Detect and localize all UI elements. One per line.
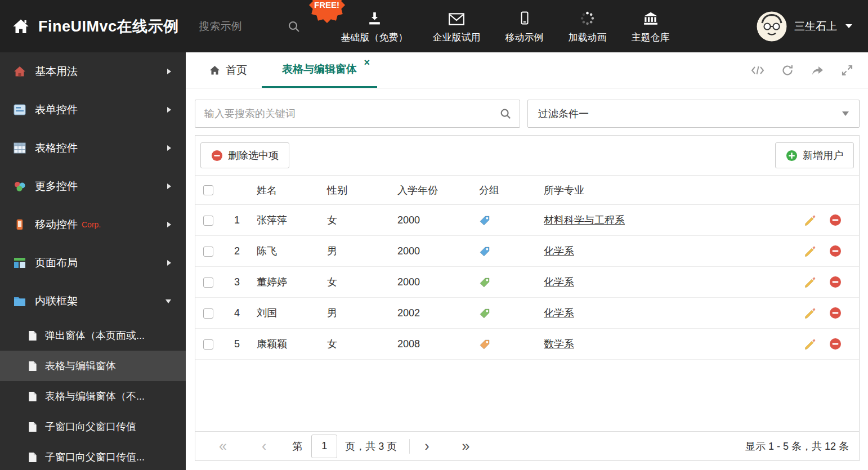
home-icon	[12, 19, 29, 34]
cell-name: 刘国	[254, 298, 324, 329]
first-page-button[interactable]: «	[219, 439, 227, 453]
user-menu[interactable]: 三生石上	[757, 11, 852, 42]
column-header-gender: 性别	[324, 176, 395, 205]
header-search-input[interactable]	[199, 20, 278, 33]
delete-selected-button[interactable]: 删除选中项	[200, 142, 289, 168]
sidebar: 基本用法 表单控件 表格控件 更多	[0, 52, 186, 470]
edit-pencil-icon[interactable]	[804, 245, 817, 258]
edit-pencil-icon[interactable]	[804, 276, 817, 289]
refresh-icon[interactable]	[781, 64, 794, 77]
delete-row-icon[interactable]	[829, 338, 842, 350]
close-icon[interactable]: ×	[364, 57, 370, 68]
file-icon	[28, 330, 37, 341]
chevron-down-icon	[842, 111, 849, 116]
sidebar-item-grid-controls[interactable]: 表格控件	[0, 129, 186, 167]
cell-year: 2000	[395, 267, 476, 298]
column-header-major: 所学专业	[541, 176, 789, 205]
search-icon[interactable]	[287, 20, 301, 33]
row-checkbox[interactable]	[203, 277, 213, 288]
row-number: 5	[220, 329, 254, 360]
tag-icon	[479, 246, 490, 257]
major-link[interactable]: 化学系	[544, 276, 574, 288]
bank-icon	[643, 9, 659, 26]
table-row[interactable]: 5 康颖颖 女 2008 数学系	[195, 329, 859, 360]
share-icon[interactable]	[811, 65, 824, 76]
tag-icon	[479, 339, 490, 350]
sidebar-subitem-child-to-parent[interactable]: 子窗口向父窗口传值	[0, 411, 186, 442]
table-row[interactable]: 4 刘国 男 2002 化学系	[195, 298, 859, 329]
major-link[interactable]: 数学系	[544, 338, 574, 350]
nav-item-enterprise-trial[interactable]: 企业版试用	[433, 9, 481, 44]
search-icon[interactable]	[499, 108, 512, 120]
grid-body: 姓名 性别 入学年份 分组 所学专业	[195, 175, 859, 431]
sidebar-subitem-label: 弹出窗体（本页面或...	[45, 329, 145, 342]
grid-toolbar: 删除选中项 新增用户	[195, 136, 859, 175]
source-code-icon[interactable]	[751, 65, 764, 76]
record-summary: 显示 1 - 5 条，共 12 条	[745, 440, 849, 453]
delete-row-icon[interactable]	[829, 214, 842, 226]
chevron-right-icon	[167, 260, 171, 266]
sidebar-item-basic-usage[interactable]: 基本用法	[0, 52, 186, 91]
delete-row-icon[interactable]	[829, 307, 842, 319]
sidebar-item-form-controls[interactable]: 表单控件	[0, 91, 186, 129]
tag-icon	[479, 277, 490, 288]
tab-home[interactable]: 首页	[195, 52, 262, 88]
users-table: 姓名 性别 入学年份 分组 所学专业	[195, 175, 859, 360]
major-link[interactable]: 化学系	[544, 245, 574, 257]
row-checkbox[interactable]	[203, 339, 213, 350]
edit-pencil-icon[interactable]	[804, 338, 817, 351]
page-number-input[interactable]	[311, 435, 337, 458]
major-link[interactable]: 化学系	[544, 307, 574, 319]
nav-item-loading-animation[interactable]: 加载动画	[569, 9, 607, 44]
row-number: 3	[220, 267, 254, 298]
folder-icon	[14, 295, 26, 307]
cell-name: 康颖颖	[254, 329, 324, 360]
select-all-checkbox[interactable]	[203, 185, 213, 195]
expand-icon[interactable]	[841, 64, 853, 77]
major-link[interactable]: 材料科学与工程系	[544, 214, 625, 226]
nav-item-mobile-demo[interactable]: 移动示例	[505, 9, 544, 44]
table-row[interactable]: 3 董婷婷 女 2000 化学系	[195, 267, 859, 298]
sidebar-item-more-controls[interactable]: 更多控件	[0, 167, 186, 205]
row-checkbox[interactable]	[203, 216, 213, 226]
sidebar-item-page-layout[interactable]: 页面布局	[0, 244, 186, 282]
nav-item-theme-repo[interactable]: 主题仓库	[632, 9, 670, 44]
tab-label: 表格与编辑窗体	[282, 62, 357, 77]
table-row[interactable]: 2 陈飞 男 2000 化学系	[195, 236, 859, 267]
nav-label: 企业版试用	[433, 31, 481, 44]
sidebar-subitem-label: 表格与编辑窗体	[45, 359, 116, 373]
header-nav: FREE! 基础版（免费） 企业版试用 移动示例	[341, 9, 670, 44]
sidebar-item-mobile-controls[interactable]: 移动控件 Corp.	[0, 205, 186, 244]
next-page-button[interactable]: ›	[424, 439, 429, 453]
filter-dropdown[interactable]: 过滤条件一	[527, 100, 860, 128]
table-row[interactable]: 1 张萍萍 女 2000 材料科学与工程系	[195, 205, 859, 236]
nav-item-basic-edition[interactable]: FREE! 基础版（免费）	[341, 9, 408, 44]
file-icon	[28, 361, 37, 371]
row-checkbox[interactable]	[203, 247, 213, 257]
home-icon	[209, 65, 220, 75]
edit-pencil-icon[interactable]	[804, 214, 817, 227]
tab-actions	[751, 52, 868, 88]
delete-row-icon[interactable]	[829, 276, 842, 288]
sidebar-item-label: 页面布局	[35, 256, 78, 270]
chevron-down-icon	[165, 299, 171, 303]
edit-pencil-icon[interactable]	[804, 307, 817, 320]
tab-label: 首页	[226, 63, 247, 78]
last-page-button[interactable]: »	[462, 439, 470, 453]
add-user-button[interactable]: 新增用户	[775, 142, 854, 168]
row-checkbox[interactable]	[203, 308, 213, 319]
sidebar-subitem-child-to-parent-2[interactable]: 子窗口向父窗口传值...	[0, 442, 186, 470]
file-icon	[28, 391, 37, 402]
tab-grid-edit-window[interactable]: 表格与编辑窗体 ×	[262, 52, 377, 88]
sidebar-subitem-grid-edit-window[interactable]: 表格与编辑窗体	[0, 351, 186, 381]
brand[interactable]: FineUIMvc在线示例	[12, 16, 179, 37]
sidebar-item-inline-frame[interactable]: 内联框架	[0, 282, 186, 320]
sidebar-subitem-popup-window[interactable]: 弹出窗体（本页面或...	[0, 320, 186, 351]
chevron-down-icon	[845, 24, 852, 28]
keyword-search-input[interactable]	[195, 100, 499, 127]
chevron-right-icon	[167, 222, 171, 227]
cell-gender: 女	[324, 329, 395, 360]
sidebar-subitem-grid-edit-window-2[interactable]: 表格与编辑窗体（不...	[0, 381, 186, 411]
delete-row-icon[interactable]	[829, 245, 842, 257]
prev-page-button[interactable]: ‹	[262, 439, 266, 453]
